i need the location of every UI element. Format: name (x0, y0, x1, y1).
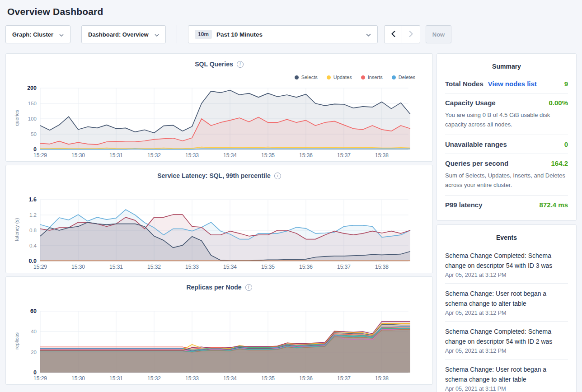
dashboard-dropdown-label: Dashboard: Overview (88, 31, 149, 38)
chart-canvas: 15:2915:3015:3115:3215:3315:3415:3515:36… (13, 84, 421, 162)
svg-text:15:31: 15:31 (109, 264, 123, 270)
summary-rows: Total NodesView nodes list9Capacity Usag… (445, 75, 568, 214)
svg-text:15:34: 15:34 (223, 375, 237, 382)
legend-item-updates[interactable]: Updates (327, 75, 352, 80)
dashboard-dropdown[interactable]: Dashboard: Overview (81, 25, 166, 43)
main-layout: SQL Queries i SelectsUpdatesInsertsDelet… (5, 53, 577, 392)
info-icon[interactable]: i (245, 284, 252, 291)
info-icon[interactable]: i (237, 61, 244, 68)
event-item[interactable]: Schema Change: User root began a schema … (445, 359, 568, 392)
svg-text:15:36: 15:36 (299, 375, 313, 382)
event-text: Schema Change: User root began a schema … (445, 364, 568, 384)
time-range-picker[interactable]: 10m Past 10 Minutes (188, 25, 378, 43)
charts-column: SQL Queries i SelectsUpdatesInsertsDelet… (5, 53, 433, 388)
legend-item-deletes[interactable]: Deletes (392, 75, 415, 80)
metric-label: Unavailable ranges (445, 140, 507, 148)
svg-text:15:35: 15:35 (261, 264, 275, 270)
svg-text:15:29: 15:29 (33, 375, 47, 382)
summary-row: Total NodesView nodes list9 (445, 75, 568, 93)
svg-text:15:35: 15:35 (261, 152, 275, 159)
y-axis-label: latency (s) (14, 198, 19, 261)
events-list: Schema Change Completed: Schema change o… (445, 246, 568, 392)
replicas-per-node-card: Replicas per Node i replicas 15:2915:301… (5, 276, 433, 385)
chart-header: Service Latency: SQL, 99th percentile i (13, 171, 425, 181)
event-timestamp: Apr 05, 2021 at 3:12 PM (445, 348, 568, 354)
chart-canvas: 15:2915:3015:3115:3215:3315:3415:3515:36… (13, 308, 421, 385)
svg-text:0: 0 (33, 146, 37, 153)
svg-text:15:32: 15:32 (147, 152, 161, 159)
chart-canvas: 15:2915:3015:3115:3215:3315:3415:3515:36… (13, 196, 421, 274)
svg-text:20: 20 (31, 350, 37, 355)
metric-label: Total Nodes (445, 80, 483, 88)
summary-card: Summary Total NodesView nodes list9Capac… (436, 53, 577, 221)
svg-text:50: 50 (31, 131, 37, 137)
event-item[interactable]: Schema Change Completed: Schema change o… (445, 321, 568, 359)
y-axis-label: queries (14, 86, 19, 149)
svg-text:150: 150 (28, 101, 37, 106)
chart-title: Replicas per Node (186, 284, 241, 291)
chart-header: SQL Queries i (13, 59, 425, 69)
svg-text:15:35: 15:35 (261, 375, 275, 382)
legend-item-selects[interactable]: Selects (295, 75, 318, 80)
legend-label: Selects (301, 75, 318, 80)
svg-text:15:32: 15:32 (147, 264, 161, 270)
svg-text:15:29: 15:29 (33, 264, 47, 270)
legend-dot (361, 75, 365, 79)
svg-text:15:37: 15:37 (337, 152, 351, 159)
overview-dashboard-page: Overview Dashboard Graph: Cluster Dashbo… (0, 0, 582, 392)
event-timestamp: Apr 05, 2021 at 3:12 PM (445, 310, 568, 316)
svg-text:100: 100 (28, 116, 37, 121)
summary-row: Capacity Usage0.00%You are using 0 B of … (445, 93, 568, 135)
svg-text:15:38: 15:38 (375, 264, 389, 270)
events-card: Events Schema Change Completed: Schema c… (436, 224, 577, 392)
svg-text:15:33: 15:33 (185, 264, 199, 270)
legend-label: Inserts (368, 75, 383, 80)
svg-text:60: 60 (30, 308, 37, 314)
now-button[interactable]: Now (426, 25, 451, 43)
summary-row: Unavailable ranges0 (445, 135, 568, 154)
summary-title: Summary (445, 60, 568, 75)
svg-text:15:32: 15:32 (147, 375, 161, 382)
metric-value: 0.00% (549, 99, 568, 107)
chevron-down-icon (366, 31, 371, 38)
service-latency-plot: latency (s) 15:2915:3015:3115:3215:3315:… (13, 196, 425, 274)
svg-text:15:36: 15:36 (299, 264, 313, 270)
legend-dot (327, 75, 331, 79)
time-back-button[interactable] (384, 25, 402, 43)
toolbar-divider (177, 25, 177, 43)
svg-text:15:30: 15:30 (71, 264, 85, 270)
metric-value: 872.4 ms (540, 201, 568, 209)
metric-label: P99 latency (445, 201, 483, 209)
info-icon[interactable]: i (274, 173, 281, 179)
metric-value: 164.2 (551, 159, 568, 167)
svg-text:40: 40 (31, 329, 37, 334)
time-forward-button[interactable] (402, 25, 420, 43)
view-nodes-link[interactable]: View nodes list (488, 80, 537, 88)
svg-text:0.8: 0.8 (29, 228, 37, 233)
metric-description: Sum of Selects, Updates, Inserts, and De… (445, 171, 568, 190)
svg-text:0: 0 (33, 369, 37, 376)
svg-text:15:34: 15:34 (223, 152, 237, 159)
replicas-per-node-plot: replicas 15:2915:3015:3115:3215:3315:341… (13, 308, 425, 385)
chart-title: Service Latency: SQL, 99th percentile (157, 172, 271, 179)
event-item[interactable]: Schema Change Completed: Schema change o… (445, 246, 568, 283)
summary-row: Queries per second164.2Sum of Selects, U… (445, 154, 568, 195)
svg-text:15:38: 15:38 (375, 375, 389, 382)
legend-item-inserts[interactable]: Inserts (361, 75, 383, 80)
svg-text:15:31: 15:31 (109, 152, 123, 159)
page-title: Overview Dashboard (0, 0, 582, 17)
event-text: Schema Change Completed: Schema change o… (445, 327, 568, 346)
side-column: Summary Total NodesView nodes list9Capac… (436, 53, 577, 392)
metric-value: 0 (564, 140, 568, 148)
metric-description: You are using 0 B of 4.5 GiB usable disk… (445, 110, 568, 129)
svg-text:15:34: 15:34 (223, 264, 237, 270)
legend-dot (392, 75, 396, 79)
chevron-right-icon (409, 31, 413, 38)
graph-dropdown[interactable]: Graph: Cluster (5, 25, 70, 43)
chart-header: Replicas per Node i (13, 282, 425, 292)
event-item[interactable]: Schema Change: User root began a schema … (445, 283, 568, 321)
metric-label: Queries per second (445, 159, 508, 167)
chevron-down-icon (59, 31, 64, 38)
time-pager (384, 25, 420, 43)
svg-text:15:38: 15:38 (375, 152, 389, 159)
